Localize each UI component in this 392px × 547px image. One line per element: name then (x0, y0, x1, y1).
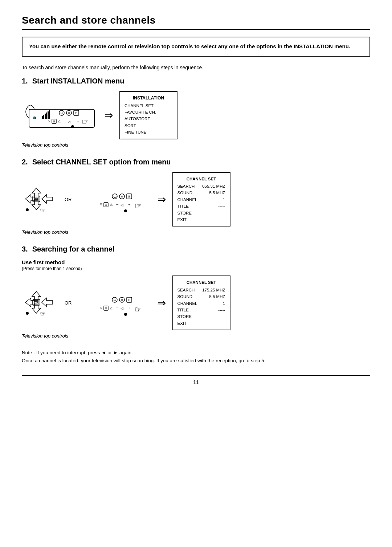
menu-row-store-2: STORE (177, 210, 225, 216)
intro-text: To search and store channels manually, p… (22, 65, 370, 70)
svg-point-59 (124, 313, 127, 316)
channel-set-title-2: CHANNEL SET (177, 176, 225, 182)
svg-text:⊞: ⊞ (105, 204, 107, 206)
menu-row-search-2: SEARCH 055.31 MHZ (177, 183, 225, 189)
svg-text:📺: 📺 (33, 115, 36, 119)
or-label-3: OR (65, 300, 72, 306)
menu-item-finetune: FINE TUNE (124, 129, 172, 135)
menu-row-title-2: TITLE ----- (177, 203, 225, 209)
menu-item-sort: SORT (124, 122, 172, 129)
menu-row-exit-3: EXIT (177, 320, 225, 327)
menu-row-store-3: STORE (177, 313, 225, 320)
exit-label-2: EXIT (177, 216, 187, 223)
menu-row-sound-3: SOUND 5.5 MHZ (177, 293, 225, 300)
info-box-text: You can use either the remote control or… (29, 42, 363, 51)
svg-text:⊡: ⊡ (128, 195, 130, 198)
svg-text:☞: ☞ (135, 305, 142, 314)
subsection-title-3: Use first method (22, 259, 370, 265)
section-1-num: 1. (22, 77, 28, 85)
remote-arrows-3: OK ☞ (22, 288, 58, 318)
title-rule (22, 29, 370, 30)
sound-value-3: 5.5 MHZ (209, 293, 225, 300)
svg-rect-14 (43, 115, 44, 119)
tv-top-controls-3: ⏻ ⚙ ⊡ ▽ ⊞ △ − ◁ + ☞ (78, 286, 151, 320)
menu-row-channel-2: CHANNEL 1 (177, 196, 225, 203)
svg-text:▽: ▽ (99, 306, 102, 310)
svg-text:⚙: ⚙ (68, 112, 70, 114)
section-3-diagram: OK ☞ OR ⏻ ⚙ ⊡ ▽ ⊞ △ − (22, 275, 370, 330)
svg-text:−: − (116, 202, 118, 207)
info-box: You can use either the remote control or… (22, 37, 370, 57)
channel-set-menu-2: CHANNEL SET SEARCH 055.31 MHZ SOUND 5.5 … (172, 172, 230, 227)
store-label-2: STORE (177, 210, 192, 216)
menu-row-title-3: TITLE ----- (177, 307, 225, 313)
installation-menu: INSTALLATION CHANNEL SET FAVOURITE CH. A… (119, 91, 177, 139)
section-3-title: 3. Searching for a channel (22, 245, 370, 253)
sound-label-2: SOUND (177, 189, 193, 196)
tv-top-controls-1: ⏻ ⚙ ⊡ ▽ ⊞ △ ☞ 📺 (22, 98, 98, 132)
search-label-3: SEARCH (177, 287, 195, 293)
store-label-3: STORE (177, 313, 192, 320)
svg-text:☞: ☞ (82, 117, 89, 126)
svg-text:⊡: ⊡ (75, 111, 78, 115)
section-1-title: 1. Start INSTALLATION menu (22, 77, 370, 85)
svg-text:◁: ◁ (68, 120, 70, 124)
svg-text:⊞: ⊞ (105, 307, 107, 310)
menu-row-sound-2: SOUND 5.5 MHZ (177, 189, 225, 196)
svg-text:⊞: ⊞ (53, 120, 55, 123)
svg-text:▽: ▽ (99, 203, 102, 206)
svg-text:△: △ (58, 119, 61, 123)
sound-value-2: 5.5 MHZ (209, 189, 225, 196)
svg-text:△: △ (110, 306, 112, 310)
svg-point-40 (124, 209, 127, 212)
svg-point-21 (71, 125, 74, 128)
arrow-2: ⇒ (158, 193, 166, 205)
svg-rect-18 (49, 110, 50, 119)
section-3-label: Searching for a channel (32, 245, 115, 253)
svg-text:⚙: ⚙ (121, 195, 123, 198)
section-1-label: Start INSTALLATION menu (32, 77, 124, 85)
note-block: Note : If you need to interrupt, press ◄… (22, 349, 370, 364)
svg-text:−: − (116, 305, 118, 310)
menu-row-exit-2: EXIT (177, 216, 225, 223)
note-line-2: Once a channel is located, your televisi… (22, 357, 370, 365)
svg-text:+: + (128, 203, 130, 207)
svg-text:⏻: ⏻ (113, 195, 117, 198)
channel-set-title-3: CHANNEL SET (177, 279, 225, 286)
title-label-2: TITLE (177, 203, 189, 209)
svg-text:+: + (77, 120, 79, 124)
section-2: 2. Select CHANNEL SET option from menu O… (22, 158, 370, 235)
section-3: 3. Searching for a channel Use first met… (22, 245, 370, 339)
section-2-label: Select CHANNEL SET option from menu (32, 158, 171, 166)
svg-text:▽: ▽ (48, 119, 50, 123)
search-value-3: 175.25 MHZ (202, 287, 225, 293)
note-line-1: Note : If you need to interrupt, press ◄… (22, 349, 370, 357)
subsection-sub-3: (Press for more than 1 second) (22, 266, 370, 271)
svg-text:◁: ◁ (121, 306, 123, 310)
section-1-diagram: ⏻ ⚙ ⊡ ▽ ⊞ △ ☞ 📺 (22, 91, 370, 139)
section-3-num: 3. (22, 245, 28, 253)
channel-value-2: 1 (223, 196, 225, 203)
svg-point-25 (26, 208, 29, 211)
search-value-2: 055.31 MHZ (202, 183, 225, 189)
menu-item-favourite: FAVOURITE CH. (124, 109, 172, 115)
menu-row-channel-3: CHANNEL 1 (177, 300, 225, 307)
section-2-diagram: OK ☞ OR ⏻ ⚙ ⊡ (22, 172, 370, 227)
page-title: Search and store channels (22, 15, 370, 26)
title-value-3: ----- (218, 307, 225, 313)
arrow-1: ⇒ (105, 109, 113, 121)
caption-2: Television top controls (22, 229, 370, 235)
svg-text:☞: ☞ (40, 310, 46, 317)
svg-text:◁: ◁ (121, 203, 123, 207)
caption-3: Television top controls (22, 333, 370, 339)
menu-row-search-3: SEARCH 175.25 MHZ (177, 287, 225, 293)
section-2-num: 2. (22, 158, 28, 166)
channel-set-menu-3: CHANNEL SET SEARCH 175.25 MHZ SOUND 5.5 … (172, 275, 230, 330)
channel-label-3: CHANNEL (177, 300, 197, 307)
exit-label-3: EXIT (177, 320, 187, 327)
footer-rule (22, 375, 370, 376)
svg-text:☞: ☞ (40, 207, 46, 213)
svg-rect-15 (45, 114, 46, 119)
svg-rect-16 (46, 113, 47, 119)
title-value-2: ----- (218, 203, 225, 209)
